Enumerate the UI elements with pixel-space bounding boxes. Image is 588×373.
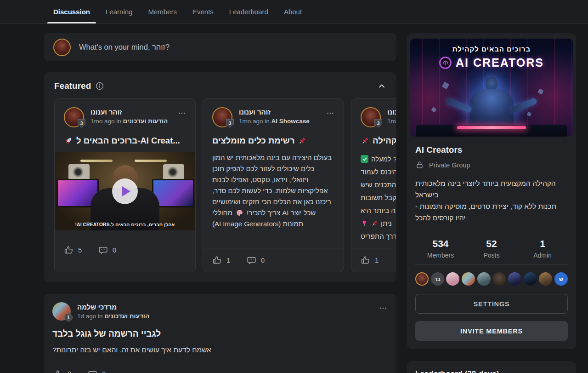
- like-count: 0: [68, 370, 72, 373]
- settings-button[interactable]: SETTINGS: [415, 294, 568, 314]
- tab-about[interactable]: About: [276, 0, 310, 23]
- post-card[interactable]: 1 מרדכי שלמה 1d ago in הודעות ועדכונים ל…: [44, 294, 396, 373]
- post-footer: 0 0: [44, 362, 396, 373]
- post-title[interactable]: ברוכים הבאים ל-AI Creat...: [64, 136, 186, 146]
- post-time: 1mo ago in: [90, 118, 121, 125]
- collapse-chevron-up-icon[interactable]: [377, 81, 386, 91]
- featured-header: Featured: [54, 81, 386, 91]
- more-options-icon[interactable]: [326, 107, 334, 117]
- composer-placeholder[interactable]: What's on your mind, זוהר?: [79, 43, 170, 52]
- member-avatar[interactable]: בד: [431, 272, 444, 286]
- group-stats: 534 Members 52 Posts 1 Admin: [415, 232, 568, 265]
- comment-count: 0: [113, 247, 117, 254]
- check-icon: [361, 155, 368, 163]
- sidebar: ברוכים הבאים לקהילת AI CREATORS AI Creat…: [407, 33, 576, 373]
- more-options-icon[interactable]: [178, 107, 186, 117]
- post-meta: 1mo ago in AI Showcase: [239, 118, 310, 125]
- post-header: 3 זוהר וענונו 1mo ago in הודעות ועדכונים: [64, 107, 186, 127]
- post-category[interactable]: הודעות ועדכונים: [123, 118, 168, 125]
- post-title[interactable]: רשימת כלים מומלצים: [212, 136, 334, 146]
- more-options-icon[interactable]: [379, 302, 387, 312]
- post-time: 1mo ago in: [239, 118, 270, 125]
- featured-post-card[interactable]: 3 זוהר וענונו 1mo ago in AI Showcase רשי…: [203, 98, 344, 272]
- member-avatar[interactable]: [415, 272, 429, 286]
- featured-cards-row: 3 זוהר וענונו 1mo ago in הודעות ועדכונים: [54, 98, 396, 272]
- like-icon[interactable]: [64, 245, 74, 255]
- like-count: 1: [375, 257, 379, 264]
- lock-icon: [415, 161, 424, 169]
- post-header: 3 זוהר וענונו 1mo ago in AI Showcase: [212, 107, 334, 127]
- main-column: What's on your mind, זוהר? Featured 3: [44, 33, 396, 373]
- post-meta: 1mo ago in הודעות ועדכונים: [90, 118, 168, 125]
- member-avatar[interactable]: [524, 272, 537, 286]
- featured-title: Featured: [54, 81, 91, 91]
- invite-members-button[interactable]: INVITE MEMBERS: [415, 321, 568, 341]
- video-thumbnail[interactable]: אהלן חברים, ברוכים הבאים ל-AI CREATORS!: [55, 152, 195, 230]
- pushpin-icon: [371, 220, 378, 227]
- member-avatar[interactable]: ש: [554, 272, 568, 286]
- like-icon[interactable]: [212, 255, 222, 265]
- comment-icon[interactable]: [247, 255, 256, 265]
- stat-posts[interactable]: 52 Posts: [466, 232, 517, 264]
- play-button[interactable]: [112, 178, 138, 204]
- group-banner-image: ברוכים הבאים לקהילת AI CREATORS: [410, 39, 573, 137]
- tab-leaderboard[interactable]: Leaderboard: [221, 0, 276, 23]
- post-title[interactable]: קהילה: [361, 136, 396, 146]
- member-avatar[interactable]: [462, 272, 475, 286]
- post-footer: 1: [351, 248, 396, 272]
- avatar[interactable]: [53, 39, 71, 56]
- banner-brand-text: AI CREATORS: [456, 56, 544, 69]
- post-body: למעלה ? היכנס לעמוד התכנים שיש קבל תשובו…: [361, 150, 396, 241]
- leaderboard-card: Leaderboard (30-days): [407, 361, 576, 373]
- leaderboard-title: Leaderboard (30-days): [415, 369, 568, 373]
- post-composer[interactable]: What's on your mind, זוהר?: [44, 33, 396, 61]
- author-name[interactable]: זוהר וענונו: [387, 108, 396, 116]
- post-footer: 1 0: [203, 248, 344, 272]
- stat-admin[interactable]: 1 Admin: [517, 232, 568, 264]
- post-header: 3 זוהר וענונו 1mo: [361, 107, 396, 127]
- author-name[interactable]: מרדכי שלמה: [77, 303, 149, 311]
- member-avatar[interactable]: [539, 272, 552, 286]
- like-icon[interactable]: [361, 255, 370, 265]
- community-page: Discussion Learning Members Events Leade…: [0, 0, 588, 373]
- group-privacy: Private Group: [415, 161, 568, 169]
- member-avatar[interactable]: [492, 272, 506, 286]
- featured-post-card[interactable]: 3 זוהר וענונו 1mo ago in הודעות ועדכונים: [54, 98, 196, 272]
- featured-post-card[interactable]: 3 זוהר וענונו 1mo קהילה: [351, 98, 396, 272]
- comment-count: 0: [261, 257, 266, 264]
- post-time: 1mo: [387, 118, 396, 125]
- like-count: 5: [78, 247, 83, 254]
- palette-icon: [236, 209, 243, 217]
- member-avatar[interactable]: [446, 272, 459, 286]
- studio-light: [135, 160, 167, 162]
- tab-members[interactable]: Members: [140, 0, 185, 23]
- tab-events[interactable]: Events: [185, 0, 221, 23]
- info-icon[interactable]: [96, 82, 104, 90]
- level-badge: 3: [226, 119, 234, 128]
- post-category[interactable]: AI Showcase: [271, 118, 310, 125]
- post-meta: 1d ago in הודעות ועדכונים: [77, 313, 149, 320]
- stat-members[interactable]: 534 Members: [415, 232, 466, 264]
- post-footer: 5 0: [55, 238, 195, 262]
- member-avatar[interactable]: [508, 272, 521, 286]
- post-header: 1 מרדכי שלמה 1d ago in הודעות ועדכונים: [52, 302, 387, 321]
- author-name[interactable]: זוהר וענונו: [239, 108, 310, 116]
- level-badge: 3: [374, 119, 382, 128]
- post-title[interactable]: לגביי הרשמה של גוגל בלבד: [52, 329, 387, 339]
- featured-section: Featured 3 זוהר וענונו 1mo ago: [44, 72, 396, 282]
- tab-learning[interactable]: Learning: [98, 0, 140, 23]
- like-icon[interactable]: [53, 369, 63, 373]
- round-pushpin-icon: [361, 220, 368, 227]
- comment-icon[interactable]: [88, 369, 97, 373]
- banner-brand: AI CREATORS: [410, 56, 573, 69]
- group-name: AI Creators: [415, 145, 568, 155]
- post-body: בעולם היצירה עם בינה מלאכותית יש המון כל…: [212, 152, 334, 230]
- author-name[interactable]: זוהר וענונו: [90, 108, 168, 116]
- post-time: 1d ago in: [77, 313, 103, 320]
- post-category[interactable]: הודעות ועדכונים: [104, 313, 149, 320]
- like-count: 1: [226, 257, 231, 264]
- glowing-keyboard: [457, 126, 526, 129]
- member-avatar[interactable]: [477, 272, 491, 286]
- tab-discussion[interactable]: Discussion: [45, 0, 98, 23]
- comment-icon[interactable]: [98, 245, 108, 255]
